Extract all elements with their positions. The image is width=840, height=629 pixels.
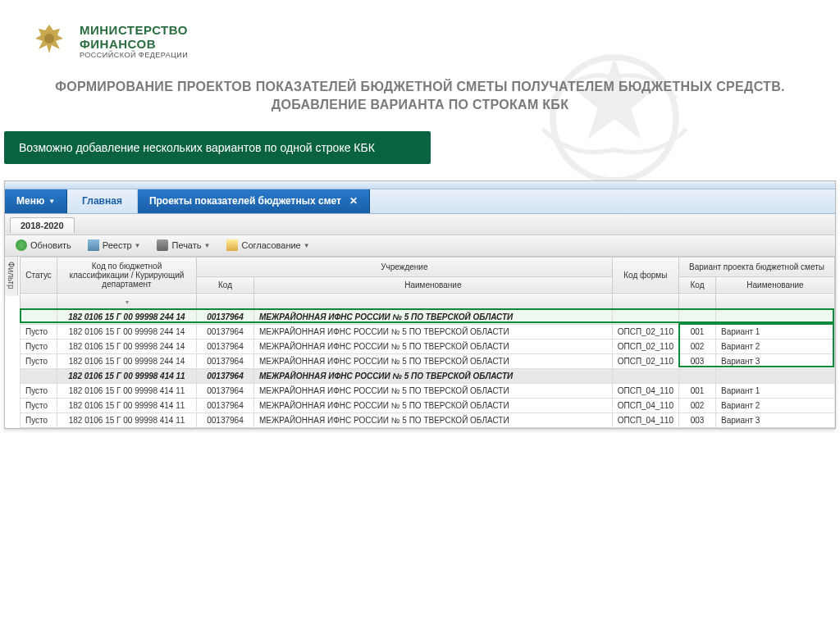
coat-of-arms-icon bbox=[29, 21, 70, 62]
chevron-down-icon: ▼ bbox=[304, 242, 310, 249]
table-row[interactable]: Пусто182 0106 15 Г 00 99998 244 14001379… bbox=[21, 324, 835, 339]
filter-cell[interactable] bbox=[679, 293, 716, 309]
logo-line2: ФИНАНСОВ bbox=[80, 37, 188, 51]
chevron-down-icon: ▼ bbox=[48, 198, 55, 205]
refresh-button[interactable]: Обновить bbox=[10, 237, 77, 253]
col-header-var-name[interactable]: Наименование bbox=[716, 276, 835, 293]
table-row[interactable]: Пусто182 0106 15 Г 00 99998 414 11001379… bbox=[21, 398, 835, 412]
chevron-down-icon: ▼ bbox=[204, 242, 211, 249]
table-row[interactable]: Пусто182 0106 15 Г 00 99998 414 11001379… bbox=[21, 383, 835, 398]
filter-cell[interactable] bbox=[197, 293, 254, 309]
table-group-row[interactable]: 182 0106 15 Г 00 99998 244 1400137964МЕЖ… bbox=[21, 309, 835, 324]
grid-container: Фильтр Статус Код по бюджетной классифик… bbox=[5, 257, 835, 428]
document-icon bbox=[226, 239, 238, 251]
menu-label: Меню bbox=[16, 195, 44, 207]
filter-cell[interactable] bbox=[612, 293, 678, 309]
refresh-icon bbox=[16, 239, 27, 251]
svg-point-1 bbox=[44, 34, 54, 43]
ministry-logo-block: МИНИСТЕРСТВО ФИНАНСОВ РОССИЙСКОЙ ФЕДЕРАЦ… bbox=[0, 0, 840, 74]
list-icon bbox=[88, 239, 99, 251]
filter-cell[interactable] bbox=[716, 293, 835, 309]
filter-panel-toggle[interactable]: Фильтр bbox=[5, 257, 18, 296]
period-tab[interactable]: 2018-2020 bbox=[10, 217, 75, 233]
logo-line3: РОССИЙСКОЙ ФЕДЕРАЦИИ bbox=[80, 51, 188, 59]
print-icon bbox=[157, 239, 168, 251]
main-tabbar: Меню ▼ Главная Проекты показателей бюдже… bbox=[5, 189, 835, 214]
app-window: Меню ▼ Главная Проекты показателей бюдже… bbox=[4, 180, 836, 429]
registry-button[interactable]: Реестр ▼ bbox=[82, 237, 147, 253]
period-tab-row: 2018-2020 bbox=[5, 214, 835, 235]
col-header-var-code[interactable]: Код bbox=[679, 276, 716, 293]
close-icon[interactable]: ✕ bbox=[349, 195, 358, 207]
col-header-inst-code[interactable]: Код bbox=[197, 276, 254, 293]
toolbar: Обновить Реестр ▼ Печать ▼ Согласование … bbox=[5, 235, 835, 257]
approval-button[interactable]: Согласование ▼ bbox=[221, 237, 315, 253]
table-row[interactable]: Пусто182 0106 15 Г 00 99998 244 14001379… bbox=[21, 353, 835, 368]
data-grid: Статус Код по бюджетной классификации / … bbox=[20, 257, 835, 428]
filter-cell[interactable] bbox=[254, 293, 613, 309]
tab-home[interactable]: Главная bbox=[67, 189, 138, 213]
logo-line1: МИНИСТЕРСТВО bbox=[80, 23, 188, 37]
col-header-inst-name[interactable]: Наименование bbox=[254, 276, 613, 293]
slide-title: ФОРМИРОВАНИЕ ПРОЕКТОВ ПОКАЗАТЕЛЕЙ БЮДЖЕТ… bbox=[0, 74, 840, 123]
filter-cell[interactable]: ▾ bbox=[57, 293, 197, 309]
info-callout: Возможно добавление нескольких вариантов… bbox=[4, 131, 431, 164]
col-header-form[interactable]: Код формы bbox=[612, 257, 678, 293]
filter-cell[interactable] bbox=[21, 293, 57, 309]
tab-projects[interactable]: Проекты показателей бюджетных смет ✕ bbox=[138, 189, 370, 213]
print-button[interactable]: Печать ▼ bbox=[151, 237, 216, 253]
col-header-kbk[interactable]: Код по бюджетной классификации / Курирую… bbox=[57, 257, 197, 293]
col-header-variant[interactable]: Вариант проекта бюджетной сметы bbox=[679, 257, 835, 276]
col-header-institution[interactable]: Учреждение bbox=[197, 257, 613, 276]
table-row[interactable]: Пусто182 0106 15 Г 00 99998 414 11001379… bbox=[21, 412, 835, 427]
chevron-down-icon: ▼ bbox=[135, 242, 141, 249]
table-row[interactable]: Пусто182 0106 15 Г 00 99998 244 14001379… bbox=[21, 339, 835, 353]
col-header-status[interactable]: Статус bbox=[21, 257, 57, 293]
menu-button[interactable]: Меню ▼ bbox=[5, 189, 67, 213]
window-title-bar bbox=[5, 181, 835, 189]
table-group-row[interactable]: 182 0106 15 Г 00 99998 414 1100137964МЕЖ… bbox=[21, 368, 835, 383]
